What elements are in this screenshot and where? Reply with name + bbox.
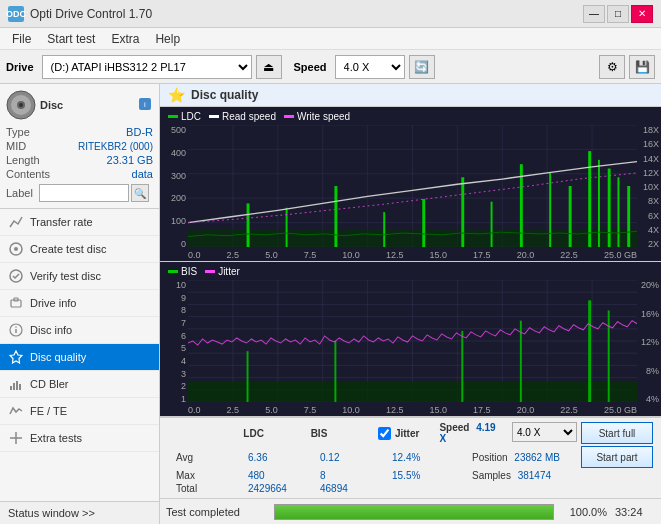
sidebar-label-drive-info: Drive info	[30, 297, 76, 309]
sidebar-item-disc-info[interactable]: Disc info	[0, 317, 159, 344]
progress-bar-container	[274, 504, 554, 520]
main-area: Disc i Type BD-R MID RITEKBR2 (000)	[0, 84, 661, 524]
svg-point-3	[19, 103, 23, 107]
stats-footer: LDC BIS Jitter Speed 4.19 X 4.0 X Start …	[160, 417, 661, 498]
disc-panel-title: Disc	[40, 99, 63, 111]
stats-ldc-header: LDC	[243, 428, 298, 439]
svg-rect-49	[608, 169, 611, 247]
disc-panel-icon: i	[137, 96, 153, 112]
sidebar-item-drive-info[interactable]: Drive info	[0, 290, 159, 317]
save-button[interactable]: 💾	[629, 55, 655, 79]
ldc-legend-color	[168, 115, 178, 118]
eject-button[interactable]: ⏏	[256, 55, 282, 79]
maximize-button[interactable]: □	[607, 5, 629, 23]
sidebar-item-fe-te[interactable]: FE / TE	[0, 398, 159, 425]
sidebar-item-extra-tests[interactable]: Extra tests	[0, 425, 159, 452]
settings-button[interactable]: ⚙	[599, 55, 625, 79]
toolbar: Drive (D:) ATAPI iHBS312 2 PL17 ⏏ Speed …	[0, 50, 661, 84]
charts-area: LDC Read speed Write speed 500 400 300	[160, 107, 661, 417]
sidebar-item-disc-quality[interactable]: Disc quality	[0, 344, 159, 371]
stats-speed-header: Speed 4.19 X	[439, 422, 500, 444]
jitter-max-val: 15.5%	[392, 470, 452, 481]
svg-rect-73	[247, 351, 249, 402]
transfer-rate-icon	[8, 214, 24, 230]
progress-label: Test completed	[166, 506, 266, 518]
menu-start-test[interactable]: Start test	[39, 30, 103, 48]
svg-rect-50	[617, 177, 619, 247]
disc-quality-header-icon: ⭐	[168, 87, 185, 103]
menu-help[interactable]: Help	[147, 30, 188, 48]
sidebar-label-fe-te: FE / TE	[30, 405, 67, 417]
stats-avg-row: Avg 6.36 0.12 12.4% Position 23862 MB St…	[168, 446, 653, 468]
svg-rect-17	[16, 381, 18, 390]
close-button[interactable]: ✕	[631, 5, 653, 23]
title-bar: ODC Opti Drive Control 1.70 — □ ✕	[0, 0, 661, 28]
svg-marker-14	[10, 351, 22, 363]
svg-rect-40	[383, 212, 385, 247]
sidebar-item-cd-bler[interactable]: CD Bler	[0, 371, 159, 398]
sidebar-label-verify-test-disc: Verify test disc	[30, 270, 101, 282]
start-part-area: Start part	[581, 446, 653, 468]
minimize-button[interactable]: —	[583, 5, 605, 23]
svg-rect-41	[422, 199, 425, 247]
bis-chart-plot	[188, 280, 637, 402]
drive-select[interactable]: (D:) ATAPI iHBS312 2 PL17	[42, 55, 252, 79]
disc-quality-title: Disc quality	[191, 88, 258, 102]
ldc-avg-val: 6.36	[248, 452, 308, 463]
sidebar-label-cd-bler: CD Bler	[30, 378, 69, 390]
sidebar-item-transfer-rate[interactable]: Transfer rate	[0, 209, 159, 236]
svg-rect-37	[247, 203, 250, 247]
start-part-button[interactable]: Start part	[581, 446, 653, 468]
disc-label-row: Label 🔍	[6, 184, 153, 202]
bis-x-axis: 0.0 2.5 5.0 7.5 10.0 12.5 15.0 17.5 20.0…	[188, 404, 637, 416]
ldc-x-axis: 0.0 2.5 5.0 7.5 10.0 12.5 15.0 17.5 20.0…	[188, 249, 637, 261]
content-area: ⭐ Disc quality LDC Read speed	[160, 84, 661, 524]
disc-label-input[interactable]	[39, 184, 129, 202]
ldc-max-val: 480	[248, 470, 308, 481]
svg-rect-78	[608, 311, 610, 403]
disc-details: Type BD-R MID RITEKBR2 (000) Length 23.3…	[6, 126, 153, 202]
bis-max-val: 8	[320, 470, 380, 481]
svg-rect-77	[588, 300, 591, 402]
svg-rect-15	[10, 386, 12, 390]
sidebar-item-verify-test-disc[interactable]: Verify test disc	[0, 263, 159, 290]
total-label: Total	[176, 483, 236, 494]
disc-icon	[6, 90, 36, 120]
jitter-checkbox[interactable]	[378, 427, 391, 440]
app-title: Opti Drive Control 1.70	[30, 7, 152, 21]
progress-bar-fill	[275, 505, 553, 519]
write-speed-legend-color	[284, 115, 294, 118]
fe-te-icon	[8, 403, 24, 419]
svg-rect-42	[461, 177, 464, 247]
svg-rect-16	[13, 383, 15, 390]
svg-rect-43	[491, 202, 493, 247]
menu-file[interactable]: File	[4, 30, 39, 48]
svg-rect-75	[461, 331, 463, 402]
disc-label-button[interactable]: 🔍	[131, 184, 149, 202]
disc-info-panel: Disc i Type BD-R MID RITEKBR2 (000)	[0, 84, 159, 209]
refresh-button[interactable]: 🔄	[409, 55, 435, 79]
bis-y-axis-left: 10 9 8 7 6 5 4 3 2 1	[160, 262, 188, 416]
disc-contents-row: Contents data	[6, 168, 153, 180]
sidebar-item-create-test-disc[interactable]: Create test disc	[0, 236, 159, 263]
bis-legend-color	[168, 270, 178, 273]
svg-rect-45	[549, 173, 551, 247]
status-window-button[interactable]: Status window >>	[0, 501, 159, 524]
speed-label: Speed	[294, 61, 327, 73]
bis-chart-svg	[188, 280, 637, 402]
nav-items: Transfer rate Create test disc Verify te…	[0, 209, 159, 452]
speed-select[interactable]: 4.0 X	[335, 55, 405, 79]
sidebar-label-transfer-rate: Transfer rate	[30, 216, 93, 228]
start-full-button[interactable]: Start full	[581, 422, 653, 444]
svg-rect-38	[286, 208, 288, 247]
svg-rect-39	[334, 186, 337, 247]
max-label: Max	[176, 470, 236, 481]
sidebar-label-extra-tests: Extra tests	[30, 432, 82, 444]
position-val: 23862 MB	[514, 452, 560, 463]
menu-extra[interactable]: Extra	[103, 30, 147, 48]
status-window-label: Status window >>	[8, 507, 95, 519]
speed-test-select[interactable]: 4.0 X	[512, 422, 577, 442]
jitter-legend-item: Jitter	[205, 266, 240, 277]
svg-rect-46	[569, 186, 572, 247]
disc-type-row: Type BD-R	[6, 126, 153, 138]
